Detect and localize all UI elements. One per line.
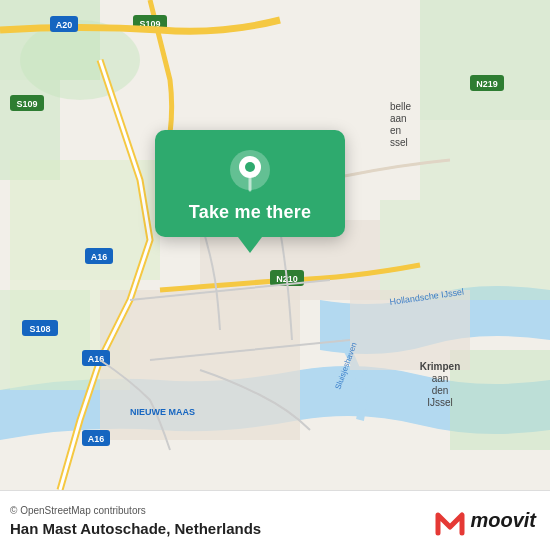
svg-point-45 xyxy=(245,162,255,172)
svg-text:S109: S109 xyxy=(16,99,37,109)
navigation-card[interactable]: Take me there xyxy=(155,130,345,237)
moovit-logo: moovit xyxy=(434,505,536,537)
svg-text:belle: belle xyxy=(390,101,412,112)
osm-attribution: © OpenStreetMap contributors xyxy=(10,505,261,516)
svg-text:aan: aan xyxy=(432,373,449,384)
svg-text:A16: A16 xyxy=(91,252,108,262)
svg-text:A16: A16 xyxy=(88,434,105,444)
svg-text:N219: N219 xyxy=(476,79,498,89)
svg-text:den: den xyxy=(432,385,449,396)
svg-text:IJssel: IJssel xyxy=(427,397,453,408)
svg-rect-4 xyxy=(420,0,550,120)
svg-text:NIEUWE MAAS: NIEUWE MAAS xyxy=(130,407,195,417)
map-view: A16 S108 A16 A16 N210 S109 A20 S109 N219 xyxy=(0,0,550,490)
svg-point-3 xyxy=(20,20,140,100)
take-me-there-button[interactable]: Take me there xyxy=(189,202,311,223)
bottom-bar: © OpenStreetMap contributors Han Mast Au… xyxy=(0,490,550,550)
map-background: A16 S108 A16 A16 N210 S109 A20 S109 N219 xyxy=(0,0,550,490)
bottom-left-info: © OpenStreetMap contributors Han Mast Au… xyxy=(10,505,261,537)
moovit-icon xyxy=(434,505,466,537)
svg-text:A16: A16 xyxy=(88,354,105,364)
svg-rect-11 xyxy=(100,290,300,440)
svg-text:S108: S108 xyxy=(29,324,50,334)
svg-text:aan: aan xyxy=(390,113,407,124)
location-name: Han Mast Autoschade, Netherlands xyxy=(10,520,261,537)
location-pin-icon xyxy=(228,148,272,192)
svg-rect-6 xyxy=(380,200,550,300)
svg-text:ssel: ssel xyxy=(390,137,408,148)
svg-text:A20: A20 xyxy=(56,20,73,30)
moovit-brand-label: moovit xyxy=(470,509,536,532)
svg-text:en: en xyxy=(390,125,401,136)
svg-text:Krimpen: Krimpen xyxy=(420,361,461,372)
